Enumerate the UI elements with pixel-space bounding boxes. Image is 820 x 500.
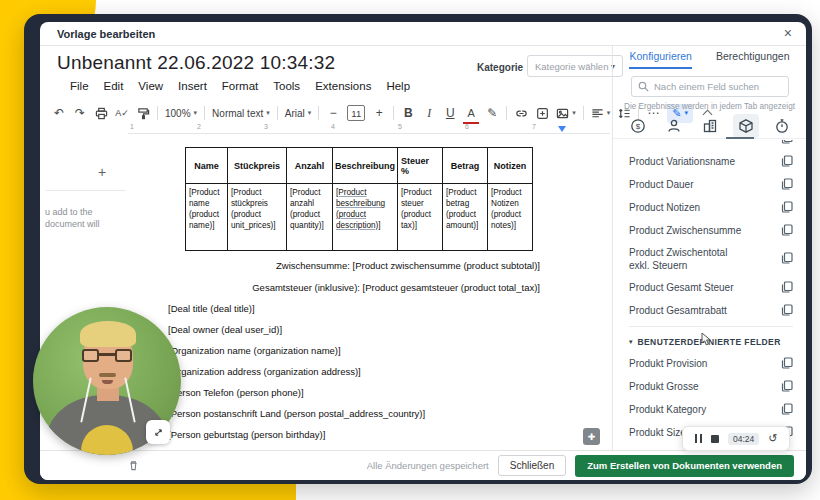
close-icon[interactable]: × xyxy=(784,25,792,41)
font-select[interactable]: Arial▾ xyxy=(285,108,312,119)
list-item[interactable]: Produkt Kategory xyxy=(629,398,793,421)
category-select[interactable]: Kategorie wählen ▾ xyxy=(527,55,623,77)
list-item[interactable]: Product Dauer xyxy=(629,173,793,196)
copy-icon[interactable] xyxy=(781,401,793,419)
menu-view[interactable]: View xyxy=(138,80,163,92)
list-item[interactable]: Produkt Grosse xyxy=(629,375,793,398)
list-item[interactable]: Product Zwischensumme xyxy=(629,219,793,242)
list-item[interactable]: Produkt Provision xyxy=(629,352,793,375)
pause-icon[interactable] xyxy=(695,434,703,443)
redo-icon[interactable]: ↷ xyxy=(73,104,87,122)
insert-comment-icon[interactable] xyxy=(535,104,549,122)
doc-line[interactable]: [Organization address (organization addr… xyxy=(168,361,425,382)
paragraph-style-select[interactable]: Normal text▾ xyxy=(212,108,270,119)
insert-image-icon[interactable]: ▾ xyxy=(556,107,576,120)
table-header[interactable]: Name xyxy=(186,148,228,184)
list-item[interactable]: Product Gesamtrabatt xyxy=(629,299,793,322)
person-icon[interactable] xyxy=(661,114,687,138)
copy-icon[interactable] xyxy=(781,355,793,373)
close-button[interactable]: Schließen xyxy=(498,455,566,476)
table-header[interactable]: Notizen xyxy=(488,148,533,184)
use-for-documents-button[interactable]: Zum Erstellen von Dokumenten verwenden xyxy=(575,455,794,477)
table-cell[interactable]: [Product name (product name)] xyxy=(186,184,228,251)
menu-insert[interactable]: Insert xyxy=(178,80,207,92)
list-item[interactable]: Product Notizen xyxy=(629,196,793,219)
italic-icon[interactable]: I xyxy=(422,104,436,122)
products-table[interactable]: Name Stückpreis Anzahl Beschreibung Steu… xyxy=(185,147,533,251)
tab-konfigurieren[interactable]: Konfigurieren xyxy=(629,50,691,69)
table-cell[interactable]: [Product beschreibung (product descripti… xyxy=(333,184,398,251)
doc-line[interactable]: [Person postanschrift Land (person posta… xyxy=(168,403,425,424)
increase-font-icon[interactable]: + xyxy=(372,104,386,122)
doc-line[interactable]: [Person Telefon (person phone)] xyxy=(168,382,425,403)
deal-money-icon[interactable]: $ xyxy=(625,114,651,138)
copy-icon[interactable] xyxy=(781,250,793,268)
modal-footer: Alle Änderungen gespeichert Schließen Zu… xyxy=(40,450,806,480)
expand-video-button[interactable] xyxy=(146,420,170,444)
menu-format[interactable]: Format xyxy=(222,80,258,92)
align-icon[interactable]: ▾ xyxy=(591,107,611,120)
activity-icon[interactable] xyxy=(769,114,795,138)
subtotal-line[interactable]: Zwischensumme: [Product zwischensumme (p… xyxy=(185,255,540,277)
table-header[interactable]: Beschreibung xyxy=(333,148,398,184)
bold-icon[interactable]: B xyxy=(401,104,415,122)
doc-line[interactable]: [Person geburtstag (person birthday)] xyxy=(168,424,425,445)
print-icon[interactable] xyxy=(94,104,108,122)
copy-icon[interactable] xyxy=(781,153,793,171)
decrease-font-icon[interactable]: − xyxy=(326,104,340,122)
copy-icon[interactable] xyxy=(781,378,793,396)
totals-block[interactable]: Zwischensumme: [Product zwischensumme (p… xyxy=(185,255,540,299)
table-header[interactable]: Stückpreis xyxy=(228,148,287,184)
table-header[interactable]: Anzahl xyxy=(287,148,333,184)
list-item[interactable]: Product Zwischentotal exkl. Steuern xyxy=(629,242,793,276)
document-body[interactable]: [Deal title (deal title)] [Deal owner (d… xyxy=(168,298,425,445)
table-cell[interactable]: [Product steuer (product tax)] xyxy=(398,184,443,251)
paint-format-icon[interactable] xyxy=(136,104,150,122)
tab-berechtigungen[interactable]: Berechtigungen xyxy=(716,50,790,69)
document-title[interactable]: Unbenannt 22.06.2022 10:34:32 xyxy=(57,52,335,74)
table-cell[interactable]: [Product Notizen (product notes)] xyxy=(488,184,533,251)
menu-help[interactable]: Help xyxy=(386,80,410,92)
menu-edit[interactable]: Edit xyxy=(104,80,124,92)
list-item-clipped[interactable] xyxy=(629,140,793,150)
font-size-field[interactable]: 11 xyxy=(347,105,365,121)
doc-line[interactable]: [Deal owner (deal user_id)] xyxy=(168,319,425,340)
list-item[interactable]: Product Variationsname xyxy=(629,150,793,173)
doc-line[interactable]: [Organization name (organization name)] xyxy=(168,340,425,361)
menu-extensions[interactable]: Extensions xyxy=(315,80,371,92)
chevron-down-icon: ▾ xyxy=(607,109,611,117)
search-input[interactable] xyxy=(654,81,774,92)
product-icon[interactable] xyxy=(733,114,759,138)
indent-marker[interactable] xyxy=(558,126,566,132)
link-icon[interactable] xyxy=(514,104,528,122)
text-color-icon[interactable]: A xyxy=(464,104,478,122)
total-tax-line[interactable]: Gesamtsteuer (inklusive): [Product gesam… xyxy=(185,277,540,299)
table-cell[interactable]: [Product stückpreis (product unit_prices… xyxy=(228,184,287,251)
zoom-select[interactable]: 100%▾ xyxy=(165,108,197,119)
footer-tool-icon[interactable] xyxy=(128,460,139,471)
explore-button[interactable]: ✚ xyxy=(583,428,600,445)
table-header[interactable]: Betrag xyxy=(443,148,488,184)
table-cell[interactable]: [Product anzahl (product quantity)] xyxy=(287,184,333,251)
field-search[interactable] xyxy=(631,76,789,97)
copy-icon[interactable] xyxy=(781,176,793,194)
table-cell[interactable]: [Product betrag (product amount)] xyxy=(443,184,488,251)
spellcheck-icon[interactable]: A✓ xyxy=(115,104,129,122)
organization-icon[interactable] xyxy=(697,114,723,138)
copy-icon[interactable] xyxy=(781,199,793,217)
menu-file[interactable]: File xyxy=(70,80,89,92)
copy-icon[interactable] xyxy=(781,140,793,148)
list-item[interactable]: Product Gesamt Steuer xyxy=(629,276,793,299)
undo-icon[interactable]: ↶ xyxy=(52,104,66,122)
underline-icon[interactable]: U xyxy=(443,104,457,122)
doc-line[interactable]: [Deal title (deal title)] xyxy=(168,298,425,319)
highlighter-icon[interactable]: ✎ xyxy=(485,104,499,122)
add-field-button[interactable]: + xyxy=(98,164,106,180)
menu-tools[interactable]: Tools xyxy=(273,80,300,92)
copy-icon[interactable] xyxy=(781,302,793,320)
restart-icon[interactable]: ↺ xyxy=(768,433,777,444)
copy-icon[interactable] xyxy=(781,279,793,297)
stop-icon[interactable] xyxy=(711,435,719,443)
copy-icon[interactable] xyxy=(781,222,793,240)
table-header[interactable]: Steuer % xyxy=(398,148,443,184)
